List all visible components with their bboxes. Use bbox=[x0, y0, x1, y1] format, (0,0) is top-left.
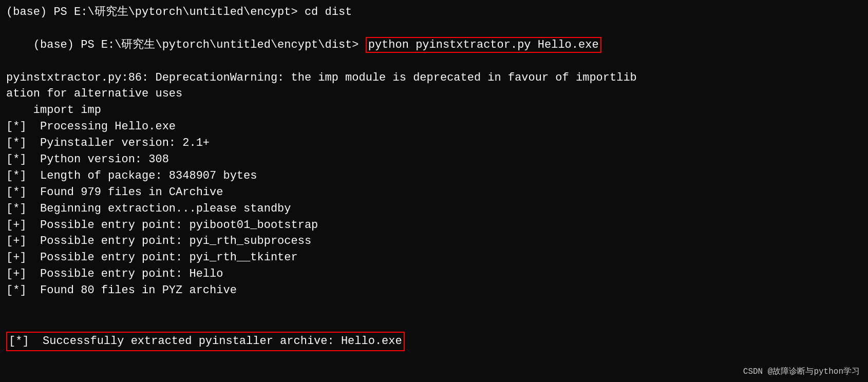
watermark-text: CSDN @故障诊断与python学习 bbox=[743, 366, 860, 377]
terminal-line-9: [*] Length of package: 8348907 bytes bbox=[6, 168, 862, 184]
terminal-line-5: import imp bbox=[6, 102, 862, 119]
terminal-line-7: [*] Pyinstaller version: 2.1+ bbox=[6, 135, 862, 151]
terminal-line-1: (base) PS E:\研究生\pytorch\untitled\encypt… bbox=[6, 4, 862, 21]
success-highlight: [*] Successfully extracted pyinstaller a… bbox=[6, 332, 405, 351]
terminal-line-11: [*] Beginning extraction...please standb… bbox=[6, 201, 862, 217]
terminal-line-14: [+] Possible entry point: pyi_rth__tkint… bbox=[6, 250, 862, 266]
terminal-line-3: pyinstxtractor.py:86: DeprecationWarning… bbox=[6, 70, 862, 86]
terminal-line-10: [*] Found 979 files in CArchive bbox=[6, 184, 862, 201]
terminal-line-13: [+] Possible entry point: pyi_rth_subpro… bbox=[6, 233, 862, 250]
terminal-line-4: ation for alternative uses bbox=[6, 86, 862, 102]
terminal-line-15: [+] Possible entry point: Hello bbox=[6, 266, 862, 282]
terminal-window: (base) PS E:\研究生\pytorch\untitled\encypt… bbox=[0, 0, 868, 382]
command-highlight: python pyinstxtractor.py Hello.exe bbox=[366, 37, 601, 53]
terminal-line-16: [*] Found 80 files in PYZ archive bbox=[6, 282, 862, 299]
prompt-prefix: (base) PS E:\研究生\pytorch\untitled\encypt… bbox=[33, 39, 366, 51]
terminal-line-12: [+] Possible entry point: pyiboot01_boot… bbox=[6, 217, 862, 234]
terminal-line-6: [*] Processing Hello.exe bbox=[6, 119, 862, 135]
terminal-line-8: [*] Python version: 308 bbox=[6, 151, 862, 168]
terminal-line-17: [*] Successfully extracted pyinstaller a… bbox=[6, 299, 862, 382]
terminal-line-2: (base) PS E:\研究生\pytorch\untitled\encypt… bbox=[6, 21, 862, 70]
